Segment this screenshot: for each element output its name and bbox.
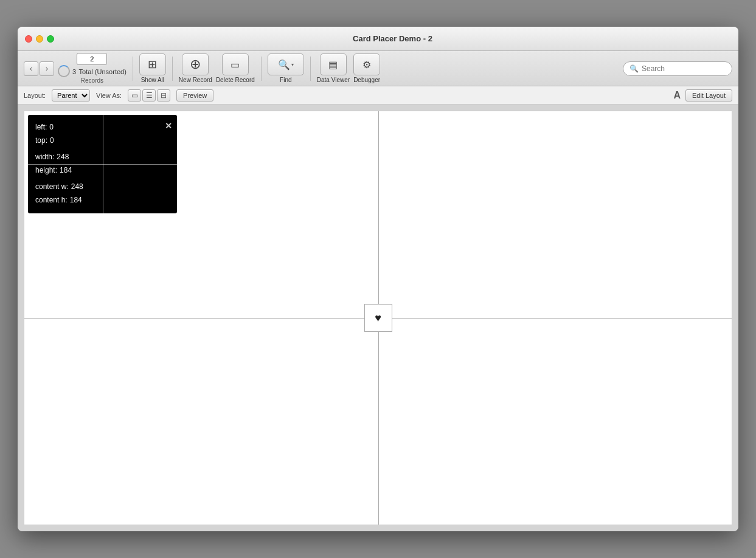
preview-label: Preview — [183, 92, 207, 99]
tooltip-content-w-label: content w: — [35, 181, 69, 194]
show-all-button[interactable]: ⊞ — [139, 53, 166, 75]
layout-bar: Layout: Parent View As: ▭ ☰ ⊟ Preview A … — [18, 86, 738, 105]
show-all-group: ⊞ Show All — [139, 53, 166, 83]
tooltip-width-label: width: — [35, 151, 54, 164]
canvas-area: ♥ ✕ left: 0 top: 0 width: 248 — [18, 105, 738, 531]
tooltip-content-w-value: 248 — [71, 181, 83, 194]
record-number-input[interactable] — [77, 53, 107, 65]
separator-1 — [133, 57, 133, 81]
tooltip-top-label: top: — [35, 134, 47, 148]
tooltip-overlay: ✕ left: 0 top: 0 width: 248 height: 184 — [28, 115, 177, 213]
find-button[interactable]: 🔍 ▾ — [268, 53, 304, 75]
canvas-inner: ♥ ✕ left: 0 top: 0 width: 248 — [24, 111, 732, 525]
prev-record-button[interactable]: ‹ — [24, 61, 38, 76]
search-box[interactable]: 🔍 — [623, 61, 732, 76]
title-bar: Card Placer Demo - 2 — [18, 27, 738, 51]
nav-buttons: ‹ › — [24, 61, 54, 76]
new-record-label: New Record — [179, 77, 212, 83]
view-list-button[interactable]: ☰ — [142, 89, 156, 102]
edit-layout-button[interactable]: Edit Layout — [685, 89, 732, 102]
delete-record-group: ▭ Delete Record — [216, 53, 255, 83]
next-record-button[interactable]: › — [40, 61, 54, 76]
delete-record-button[interactable]: ▭ — [222, 53, 249, 75]
layout-bar-right: A Edit Layout — [673, 89, 732, 102]
record-counter-group: 3 Total (Unsorted) Records — [58, 53, 127, 84]
tooltip-top-value: 0 — [50, 134, 54, 148]
layout-label: Layout: — [24, 92, 46, 99]
next-icon: › — [46, 64, 48, 73]
data-viewer-group: ▤ Data Viewer — [317, 53, 350, 83]
layout-select[interactable]: Parent — [52, 89, 90, 102]
record-total-label: Total (Unsorted) — [79, 68, 127, 75]
view-table-button[interactable]: ⊟ — [157, 89, 170, 102]
tooltip-content-h-value: 184 — [70, 194, 82, 207]
new-record-group: ⊕ New Record — [179, 53, 212, 83]
data-viewer-button[interactable]: ▤ — [320, 53, 347, 75]
find-icon: 🔍 — [278, 59, 290, 71]
separator-2 — [172, 57, 173, 81]
records-label: Records — [81, 77, 103, 84]
debugger-button[interactable]: ⚙ — [353, 53, 380, 75]
toolbar: ‹ › 3 Total (Unsorted) Records ⊞ Show Al… — [18, 51, 738, 86]
debugger-group: ⚙ Debugger — [353, 53, 380, 83]
view-as-label: View As: — [96, 92, 122, 99]
tooltip-left-value: 0 — [49, 121, 54, 134]
tooltip-left-label: left: — [35, 121, 47, 134]
tooltip-crosshair-v — [103, 115, 103, 213]
separator-3 — [261, 57, 262, 81]
font-size-button[interactable]: A — [673, 90, 681, 101]
data-viewer-label: Data Viewer — [317, 77, 350, 83]
find-label: Find — [280, 77, 291, 83]
tooltip-width-value: 248 — [57, 151, 69, 164]
record-total-text: 3 Total (Unsorted) — [72, 66, 127, 77]
record-count-area: 3 Total (Unsorted) — [58, 65, 127, 77]
record-total-number: 3 — [72, 68, 76, 75]
new-record-button[interactable]: ⊕ — [182, 53, 209, 75]
preview-button[interactable]: Preview — [176, 89, 213, 102]
close-button[interactable] — [25, 35, 32, 43]
tooltip-content-h-label: content h: — [35, 194, 68, 207]
loading-spinner — [58, 65, 70, 77]
window-title: Card Placer Demo - 2 — [54, 34, 731, 43]
search-icon: 🔍 — [629, 64, 639, 73]
delete-record-label: Delete Record — [216, 77, 255, 83]
heart-icon: ♥ — [375, 312, 381, 325]
find-chevron-icon: ▾ — [291, 62, 294, 67]
view-form-button[interactable]: ▭ — [128, 89, 141, 102]
tooltip-close-button[interactable]: ✕ — [165, 119, 172, 134]
separator-4 — [310, 57, 311, 81]
show-all-label: Show All — [141, 77, 164, 83]
search-input[interactable] — [642, 64, 726, 73]
maximize-button[interactable] — [47, 35, 54, 43]
main-window: Card Placer Demo - 2 ‹ › 3 Total (Unsort… — [18, 27, 738, 531]
prev-icon: ‹ — [30, 64, 32, 73]
minimize-button[interactable] — [36, 35, 43, 43]
tooltip-height-label: height: — [35, 164, 57, 177]
heart-widget[interactable]: ♥ — [364, 304, 392, 332]
find-group: 🔍 ▾ Find — [268, 53, 304, 83]
tooltip-height-value: 184 — [60, 164, 72, 177]
debugger-label: Debugger — [353, 77, 380, 83]
traffic-lights — [25, 35, 54, 43]
view-icons: ▭ ☰ ⊟ — [128, 89, 170, 102]
edit-layout-label: Edit Layout — [692, 92, 726, 99]
